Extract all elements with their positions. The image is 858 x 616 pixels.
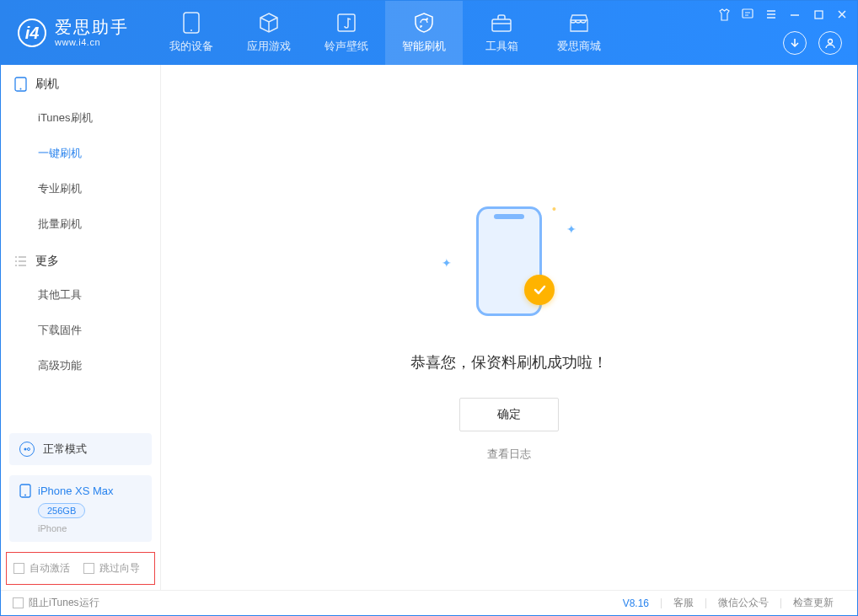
list-icon (14, 255, 27, 267)
status-bar: 阻止iTunes运行 V8.16 客服 微信公众号 检查更新 (1, 590, 857, 615)
sparkle-icon: ✦ (442, 256, 452, 270)
svg-rect-5 (815, 11, 823, 19)
maximize-button[interactable] (812, 8, 825, 21)
sidebar-item-other-tools[interactable]: 其他工具 (1, 277, 160, 313)
logo-icon: i4 (18, 19, 46, 47)
feedback-icon[interactable] (741, 8, 754, 21)
cube-icon (258, 12, 280, 34)
tab-toolbox[interactable]: 工具箱 (463, 1, 540, 65)
mode-icon (19, 442, 35, 457)
window-controls (717, 8, 849, 21)
check-update-link[interactable]: 检查更新 (781, 596, 845, 610)
svg-rect-4 (743, 9, 753, 18)
app-subtitle: www.i4.cn (55, 37, 129, 48)
checkbox-auto-activate[interactable]: 自动激活 (13, 561, 70, 576)
logo: i4 爱思助手 www.i4.cn (1, 17, 153, 48)
sidebar-item-download-fw[interactable]: 下载固件 (1, 313, 160, 348)
shirt-icon[interactable] (717, 8, 731, 21)
svg-point-10 (28, 448, 30, 451)
svg-rect-3 (492, 19, 511, 31)
sidebar-item-itunes-flash[interactable]: iTunes刷机 (1, 100, 160, 136)
tab-store[interactable]: 爱思商城 (540, 1, 618, 65)
sparkle-icon: ✦ (566, 222, 576, 236)
sidebar-item-pro-flash[interactable]: 专业刷机 (1, 171, 160, 206)
checkmark-badge-icon (524, 275, 555, 305)
sidebar-section-more: 更多 (1, 242, 160, 277)
success-message: 恭喜您，保资料刷机成功啦！ (410, 352, 608, 372)
device-info[interactable]: iPhone XS Max 256GB iPhone (9, 475, 152, 542)
store-icon (568, 12, 590, 34)
sidebar: 刷机 iTunes刷机 一键刷机 专业刷机 批量刷机 更多 其他工具 下载固件 … (1, 65, 161, 590)
device-name: iPhone XS Max (38, 485, 114, 497)
tab-ringtones[interactable]: 铃声壁纸 (308, 1, 385, 65)
device-icon (180, 12, 202, 34)
flash-options-highlighted: 自动激活 跳过向导 (6, 552, 155, 585)
tab-apps-games[interactable]: 应用游戏 (230, 1, 308, 65)
app-title: 爱思助手 (55, 17, 129, 37)
svg-point-9 (24, 448, 27, 451)
device-type: iPhone (38, 523, 142, 533)
phone-icon (19, 484, 31, 498)
svg-point-12 (24, 495, 26, 496)
sidebar-item-advanced[interactable]: 高级功能 (1, 348, 160, 383)
close-button[interactable] (835, 8, 849, 21)
sparkle-icon: • (552, 202, 556, 216)
account-button[interactable] (818, 31, 842, 55)
shield-sync-icon (413, 12, 435, 34)
phone-icon (14, 77, 27, 92)
sidebar-section-flash: 刷机 (1, 65, 160, 100)
svg-rect-2 (338, 14, 355, 31)
minimize-button[interactable] (788, 8, 802, 21)
version-label[interactable]: V8.16 (611, 597, 661, 609)
download-button[interactable] (783, 31, 807, 55)
tab-smart-flash[interactable]: 智能刷机 (385, 1, 463, 65)
svg-point-8 (20, 88, 22, 90)
toolbox-icon (491, 12, 512, 34)
sidebar-item-batch-flash[interactable]: 批量刷机 (1, 206, 160, 242)
svg-point-6 (829, 40, 833, 44)
checkbox-block-itunes[interactable]: 阻止iTunes运行 (13, 596, 99, 610)
tab-my-device[interactable]: 我的设备 (153, 1, 230, 65)
main-content: ✦ ✦ • 恭喜您，保资料刷机成功啦！ 确定 查看日志 (161, 65, 857, 590)
title-bar: i4 爱思助手 www.i4.cn 我的设备 应用游戏 铃声壁纸 智能刷机 工具… (1, 1, 857, 65)
sidebar-item-oneclick-flash[interactable]: 一键刷机 (1, 136, 160, 171)
svg-point-1 (190, 29, 192, 31)
wechat-link[interactable]: 微信公众号 (706, 596, 780, 610)
device-capacity: 256GB (38, 503, 85, 518)
music-icon (335, 12, 357, 34)
device-mode[interactable]: 正常模式 (9, 433, 152, 465)
checkbox-skip-guide[interactable]: 跳过向导 (83, 561, 140, 576)
menu-icon[interactable] (764, 8, 778, 21)
customer-service-link[interactable]: 客服 (662, 596, 705, 610)
success-illustration: ✦ ✦ • (433, 194, 585, 329)
main-tabs: 我的设备 应用游戏 铃声壁纸 智能刷机 工具箱 爱思商城 (153, 1, 618, 65)
ok-button[interactable]: 确定 (459, 398, 559, 431)
view-log-link[interactable]: 查看日志 (487, 447, 531, 462)
